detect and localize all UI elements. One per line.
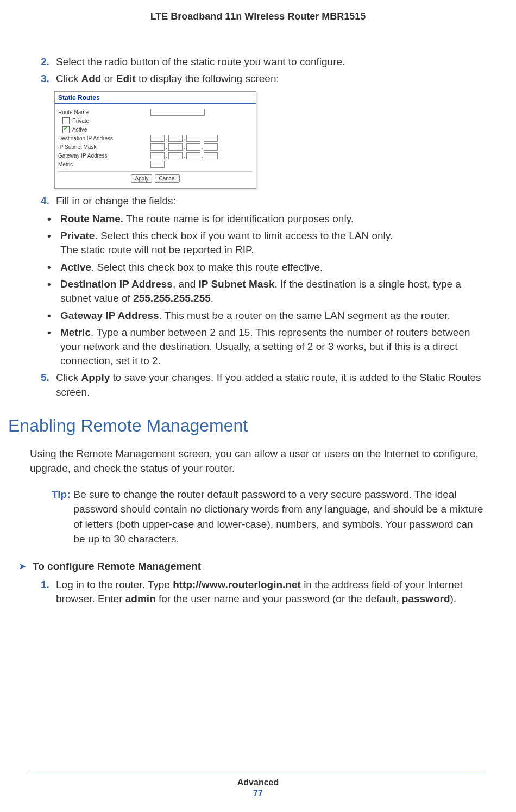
gw-oct-2[interactable] [168, 152, 183, 159]
screenshot-buttons: Apply Cancel [58, 171, 253, 185]
static-routes-screenshot: Static Routes Route Name Private Active … [54, 91, 256, 189]
checkbox-active[interactable] [62, 126, 70, 133]
tip-text: Be sure to change the router default pas… [73, 487, 486, 547]
subnet-oct-4[interactable] [204, 143, 218, 151]
tip-label: Tip: [52, 487, 70, 547]
gw-oct-1[interactable] [150, 152, 165, 159]
bullet-gateway-text: . This must be a router on the same LAN … [159, 310, 450, 321]
dest-oct-3[interactable] [186, 135, 200, 142]
bullet-dest-bold: Destination IP Address [60, 278, 173, 290]
rs1-password: password [402, 593, 450, 604]
rs1-t4: ). [450, 593, 457, 604]
main-content: 2. Select the radio button of the static… [30, 55, 486, 607]
page-header: LTE Broadband 11n Wireless Router MBR151… [30, 11, 486, 22]
step-5-text: to save your changes. If you added a sta… [56, 372, 481, 398]
bullet-metric-bold: Metric [60, 327, 91, 338]
steps-list-top: 2. Select the radio button of the static… [30, 55, 486, 86]
step-3-add: Add [81, 73, 101, 84]
screenshot-title: Static Routes [55, 92, 256, 104]
label-metric: Metric [58, 161, 150, 167]
bullet-dest-mid: , and [173, 278, 199, 290]
step-3-prefix: Click [56, 73, 81, 84]
label-subnet: IP Subnet Mask [58, 144, 150, 150]
row-private: Private [58, 117, 253, 124]
bullet-active: Active. Select this check box to make th… [47, 260, 486, 274]
row-route-name: Route Name [58, 109, 253, 116]
bullet-subnet-value: 255.255.255.255 [133, 292, 211, 304]
label-active: Active [72, 127, 87, 133]
row-active: Active [58, 126, 253, 133]
cancel-button[interactable]: Cancel [155, 174, 179, 183]
footer-page-number: 77 [30, 789, 486, 798]
bullet-active-text: . Select this check box to make this rou… [91, 261, 323, 273]
steps-list-5: 5. Click Apply to save your changes. If … [30, 371, 486, 399]
bullet-dest-text2: . [211, 292, 213, 304]
step-2-text: Select the radio button of the static ro… [56, 56, 345, 67]
footer-section: Advanced [30, 778, 486, 788]
steps-list-remote: 1. Log in to the router. Type http://www… [30, 578, 486, 607]
section-heading-remote-mgmt: Enabling Remote Management [8, 416, 486, 436]
checkbox-private[interactable] [62, 117, 70, 124]
step-4-number: 4. [41, 194, 49, 209]
page-footer: Advanced 77 [30, 773, 486, 798]
bullet-metric-text: . Type a number between 2 and 15. This r… [60, 327, 470, 366]
step-5-prefix: Click [56, 372, 81, 383]
row-metric: Metric [58, 161, 253, 168]
bullet-private-text1: . Select this check box if you want to l… [95, 230, 393, 241]
rs1-t1: Log in to the router. Type [56, 579, 173, 590]
bullet-private-bold: Private [60, 230, 95, 241]
row-gateway: Gateway IP Address ... [58, 152, 253, 159]
input-metric[interactable] [150, 161, 165, 168]
bullet-route-name-bold: Route Name. [60, 213, 123, 224]
bullet-route-name: Route Name. The route name is for identi… [47, 212, 486, 226]
tip-block: Tip: Be sure to change the router defaul… [52, 487, 486, 547]
label-dest-ip: Destination IP Address [58, 135, 150, 141]
label-gateway: Gateway IP Address [58, 153, 150, 159]
bullet-active-bold: Active [60, 261, 91, 273]
apply-button[interactable]: Apply [131, 174, 152, 183]
step-3-suffix: to display the following screen: [136, 73, 279, 84]
rs1-t3: for the user name and your password (or … [156, 593, 402, 604]
label-route-name: Route Name [58, 109, 150, 115]
bullet-dest-subnet: Destination IP Address, and IP Subnet Ma… [47, 277, 486, 305]
bullet-route-name-text: The route name is for identification pur… [123, 213, 354, 224]
step-3-mid: or [101, 73, 116, 84]
input-route-name[interactable] [150, 109, 205, 116]
dest-oct-4[interactable] [204, 135, 218, 142]
step-5: 5. Click Apply to save your changes. If … [41, 371, 486, 399]
label-private: Private [72, 118, 89, 124]
bullet-private-text2: The static route will not be reported in… [60, 244, 254, 255]
steps-list-4: 4. Fill in or change the fields: [30, 194, 486, 209]
gw-oct-4[interactable] [204, 152, 218, 159]
field-bullets: Route Name. The route name is for identi… [30, 212, 486, 367]
step-2: 2. Select the radio button of the static… [41, 55, 486, 70]
rs1-admin: admin [125, 593, 156, 604]
bullet-subnet-bold: IP Subnet Mask [199, 278, 275, 290]
step-3-number: 3. [41, 72, 49, 86]
subnet-oct-2[interactable] [168, 143, 183, 151]
step-5-apply: Apply [81, 372, 110, 383]
bullet-private: Private. Select this check box if you wa… [47, 229, 486, 257]
row-dest-ip: Destination IP Address ... [58, 135, 253, 142]
step-3: 3. Click Add or Edit to display the foll… [41, 72, 486, 86]
bullet-gateway: Gateway IP Address. This must be a route… [47, 309, 486, 323]
step-5-number: 5. [41, 371, 49, 385]
dest-oct-2[interactable] [168, 135, 183, 142]
step-2-number: 2. [41, 55, 49, 70]
subnet-oct-1[interactable] [150, 143, 165, 151]
bullet-metric: Metric. Type a number between 2 and 15. … [47, 326, 486, 367]
gw-oct-3[interactable] [186, 152, 200, 159]
remote-mgmt-intro: Using the Remote Management screen, you … [30, 447, 486, 476]
step-3-edit: Edit [116, 73, 136, 84]
subnet-oct-3[interactable] [186, 143, 200, 151]
bullet-gateway-bold: Gateway IP Address [60, 310, 159, 321]
row-subnet: IP Subnet Mask ... [58, 143, 253, 151]
step-4: 4. Fill in or change the fields: [41, 194, 486, 209]
remote-step-1-number: 1. [41, 578, 49, 592]
rs1-url: http://www.routerlogin.net [173, 579, 301, 590]
dest-oct-1[interactable] [150, 135, 165, 142]
procedure-heading: To configure Remote Management [19, 560, 486, 572]
step-4-text: Fill in or change the fields: [56, 195, 176, 207]
remote-step-1: 1. Log in to the router. Type http://www… [41, 578, 486, 607]
